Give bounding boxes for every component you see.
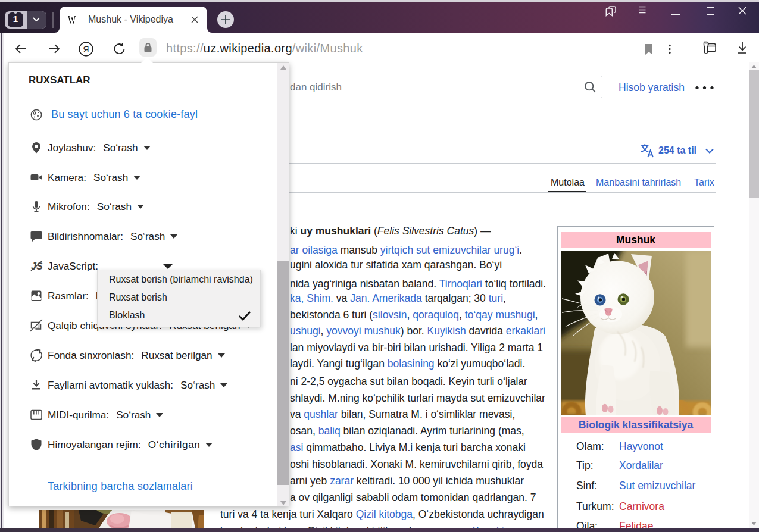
svg-text:JS: JS [31,261,43,271]
svg-text:R: R [83,45,89,54]
